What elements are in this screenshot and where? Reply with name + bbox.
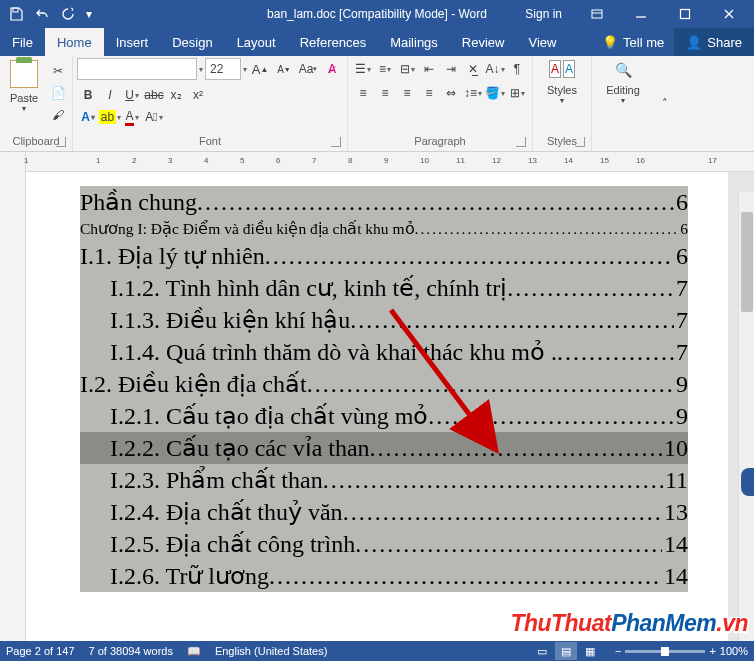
align-center-icon[interactable]: ≡: [374, 82, 396, 104]
status-language[interactable]: English (United States): [215, 645, 328, 657]
shading-icon[interactable]: 🪣: [484, 82, 506, 104]
borders-icon[interactable]: ⊞: [506, 82, 528, 104]
decrease-indent-icon[interactable]: ⇤: [418, 58, 440, 80]
toc-line[interactable]: Phần chung .............................…: [80, 186, 688, 218]
toc-line[interactable]: Chương I: Đặc Điểm và điều kiện địa chất…: [80, 218, 688, 240]
line-spacing-icon[interactable]: ↕≡: [462, 82, 484, 104]
multilevel-icon[interactable]: ⊟: [396, 58, 418, 80]
clipboard-launcher[interactable]: [56, 137, 66, 147]
scroll-thumb[interactable]: [741, 212, 753, 312]
highlight-icon[interactable]: ab: [99, 106, 121, 128]
toc-line[interactable]: I.1.3. Điều kiện khí hậu ...............…: [80, 304, 688, 336]
shrink-font-icon[interactable]: A▼: [273, 58, 295, 80]
maximize-icon[interactable]: [668, 0, 702, 28]
toc-line[interactable]: I.2.5. Địa chất công trình .............…: [80, 528, 688, 560]
group-clipboard: Paste ▾ ✂ 📄 🖌 Clipboard: [0, 56, 73, 151]
toc-leader: ........................................…: [507, 272, 674, 304]
text-effects-icon[interactable]: A: [77, 106, 99, 128]
tab-layout[interactable]: Layout: [225, 28, 288, 56]
bullets-icon[interactable]: ☰: [352, 58, 374, 80]
styles-button[interactable]: A A Styles ▾: [537, 58, 587, 135]
group-label-styles: Styles: [537, 135, 587, 149]
toc-line[interactable]: I.1.4. Quá trình thăm dò và khai thác kh…: [80, 336, 688, 368]
tab-home[interactable]: Home: [45, 28, 104, 56]
increase-indent-icon[interactable]: ⇥: [440, 58, 462, 80]
sign-in-button[interactable]: Sign in: [517, 7, 570, 21]
toc-line[interactable]: I.2.4. Địa chất thuỷ văn................…: [80, 496, 688, 528]
font-name-combo[interactable]: [77, 58, 197, 80]
subscript-button[interactable]: x₂: [165, 84, 187, 106]
tab-review[interactable]: Review: [450, 28, 517, 56]
tab-insert[interactable]: Insert: [104, 28, 161, 56]
strikethrough-button[interactable]: abc: [143, 84, 165, 106]
change-case-icon[interactable]: Aa▾: [297, 58, 319, 80]
zoom-slider[interactable]: [625, 650, 705, 653]
qat-customize-icon[interactable]: ▾: [82, 2, 96, 26]
toc-line[interactable]: I.2.2. Cấu tạo các vỉa than ............…: [80, 432, 688, 464]
toc-line[interactable]: I.2.6. Trữ lương........................…: [80, 560, 688, 592]
font-size-combo[interactable]: 22: [205, 58, 241, 80]
format-painter-icon[interactable]: 🖌: [48, 106, 68, 124]
styles-launcher[interactable]: [575, 137, 585, 147]
status-words[interactable]: 7 of 38094 words: [89, 645, 173, 657]
numbering-icon[interactable]: ≡: [374, 58, 396, 80]
toc-line[interactable]: I.1.2. Tình hình dân cư, kinh tế, chính …: [80, 272, 688, 304]
underline-button[interactable]: U: [121, 84, 143, 106]
side-panel-tab[interactable]: [741, 468, 754, 496]
document-page[interactable]: Phần chung .............................…: [26, 172, 728, 641]
tab-design[interactable]: Design: [160, 28, 224, 56]
enclose-char-icon[interactable]: A⃝: [143, 106, 165, 128]
redo-icon[interactable]: [56, 2, 80, 26]
paste-button[interactable]: Paste ▾: [4, 58, 44, 113]
tab-view[interactable]: View: [516, 28, 568, 56]
tab-mailings[interactable]: Mailings: [378, 28, 450, 56]
toc-text: I.2.3. Phẩm chất than: [110, 464, 323, 496]
web-layout-icon[interactable]: ▦: [579, 642, 601, 660]
copy-icon[interactable]: 📄: [48, 84, 68, 102]
collapse-ribbon-icon[interactable]: ˄: [654, 56, 676, 151]
vertical-scrollbar[interactable]: [738, 192, 754, 641]
toc-page: 13: [662, 496, 688, 528]
ribbon-tabs: File Home Insert Design Layout Reference…: [0, 28, 754, 56]
toc-line[interactable]: I.2.1. Cấu tạo địa chất vùng mỏ ........…: [80, 400, 688, 432]
undo-icon[interactable]: [30, 2, 54, 26]
save-icon[interactable]: [4, 2, 28, 26]
editing-button[interactable]: 🔍 Editing ▾: [596, 58, 650, 147]
toc-line[interactable]: I.2.3. Phẩm chất than ..................…: [80, 464, 688, 496]
font-launcher[interactable]: [331, 137, 341, 147]
tell-me[interactable]: 💡Tell me: [592, 28, 674, 56]
align-right-icon[interactable]: ≡: [396, 82, 418, 104]
tab-references[interactable]: References: [288, 28, 378, 56]
sort-icon[interactable]: A↓: [484, 58, 506, 80]
share-button[interactable]: 👤Share: [674, 28, 754, 56]
asian-layout-icon[interactable]: ✕̲: [462, 58, 484, 80]
cut-icon[interactable]: ✂: [48, 62, 68, 80]
tab-file[interactable]: File: [0, 28, 45, 56]
font-color-icon[interactable]: A: [121, 106, 143, 128]
superscript-button[interactable]: x²: [187, 84, 209, 106]
show-marks-icon[interactable]: ¶: [506, 58, 528, 80]
toc-line[interactable]: I.2. Điều kiện địa chất.................…: [80, 368, 688, 400]
clear-format-icon[interactable]: A̷: [321, 58, 343, 80]
zoom-in-icon[interactable]: +: [709, 645, 715, 657]
justify-icon[interactable]: ≡: [418, 82, 440, 104]
vertical-ruler[interactable]: [0, 152, 26, 641]
align-left-icon[interactable]: ≡: [352, 82, 374, 104]
zoom-level[interactable]: 100%: [720, 645, 748, 657]
italic-button[interactable]: I: [99, 84, 121, 106]
print-layout-icon[interactable]: ▤: [555, 642, 577, 660]
toc-line[interactable]: I.1. Địa lý tự nhiên....................…: [80, 240, 688, 272]
ribbon-display-icon[interactable]: [580, 0, 614, 28]
read-mode-icon[interactable]: ▭: [531, 642, 553, 660]
minimize-icon[interactable]: [624, 0, 658, 28]
grow-font-icon[interactable]: A▲: [249, 58, 271, 80]
distributed-icon[interactable]: ⇔: [440, 82, 462, 104]
horizontal-ruler[interactable]: 11234567891011121314151617: [26, 152, 754, 172]
bold-button[interactable]: B: [77, 84, 99, 106]
status-proofing-icon[interactable]: 📖: [187, 645, 201, 658]
page-area[interactable]: Phần chung .............................…: [26, 172, 754, 641]
zoom-out-icon[interactable]: −: [615, 645, 621, 657]
close-icon[interactable]: [712, 0, 746, 28]
paragraph-launcher[interactable]: [516, 137, 526, 147]
status-page[interactable]: Page 2 of 147: [6, 645, 75, 657]
